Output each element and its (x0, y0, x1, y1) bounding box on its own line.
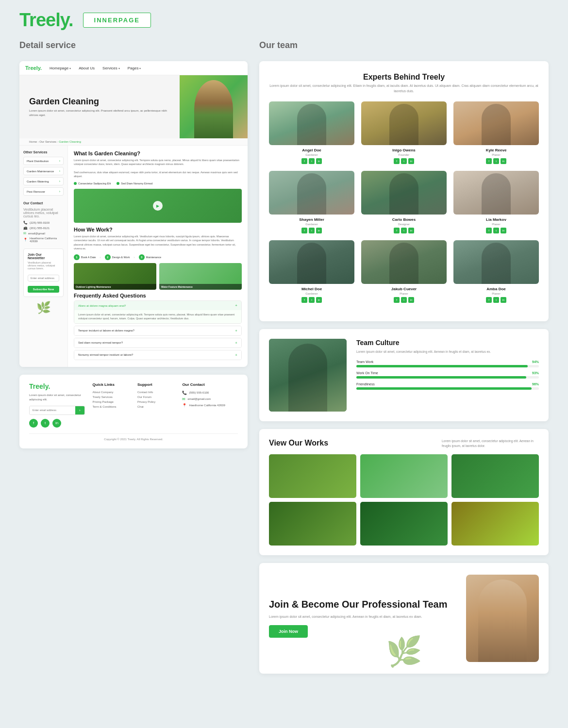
social-fb-3[interactable]: f (486, 158, 492, 164)
social-fb-1[interactable]: f (301, 158, 307, 164)
work-item-5 (360, 502, 448, 546)
footer-link-chat[interactable]: Chat (137, 405, 174, 408)
social-tw-3[interactable]: t (493, 158, 499, 164)
team-social-8: f t in (361, 297, 447, 303)
social-fb-5[interactable]: f (394, 228, 400, 233)
faq-icon-1: + (235, 303, 237, 308)
faq-item-2[interactable]: Tempor incidunt ut labore et dolore magn… (74, 326, 242, 336)
footer-link-about[interactable]: About Company (93, 391, 130, 394)
footer-brand-col: Treely. Lorem ipsum dolor sit amet, cons… (29, 382, 85, 428)
footer-link-pricing[interactable]: Pricing Package (93, 400, 130, 403)
newsletter-title: Join Our Newsletter (28, 253, 59, 260)
social-fb-9[interactable]: f (486, 297, 492, 303)
nav-homepage[interactable]: Homepage ▾ (50, 66, 71, 70)
team-role-2: Founder (361, 153, 447, 156)
photo-figure-4 (297, 173, 326, 215)
social-tw-7[interactable]: t (309, 297, 315, 303)
footer-link-privacy[interactable]: Privacy Policy (137, 400, 174, 403)
thumb-outdoor-label: Outdoor Lighting Maintenance (74, 284, 156, 290)
main-content: Detail service Treely. Homepage ▾ About … (0, 40, 568, 728)
team-social-2: f t in (361, 158, 447, 164)
menu-arrow2: › (59, 169, 60, 173)
progress-ontime-header: Work On Time 93% (356, 371, 539, 375)
social-li-2[interactable]: in (408, 158, 414, 164)
step-1-label: Book A Date (81, 256, 96, 259)
faq-item-3[interactable]: Sed diam nonumy eirmod tempor? + (74, 338, 242, 348)
nav-about[interactable]: About Us (79, 66, 95, 70)
social-fb-8[interactable]: f (394, 297, 400, 303)
team-card-subtitle: Lorem ipsum dolor sit amet, consectetur … (269, 83, 539, 94)
photo-figure-7 (297, 243, 326, 284)
nav-services[interactable]: Services ▾ (102, 66, 120, 70)
menu-garden-maint[interactable]: Garden Maintenance › (23, 167, 64, 175)
facebook-icon[interactable]: f (29, 419, 38, 428)
team-role-7: Gardener (269, 292, 354, 295)
social-li-5[interactable]: in (408, 228, 414, 233)
social-li-6[interactable]: in (501, 228, 506, 233)
social-li-7[interactable]: in (316, 297, 322, 303)
newsletter-subscribe-button[interactable]: Subscribe Now (28, 286, 59, 293)
team-member-6: Lia Markov Planer f t in (453, 171, 539, 233)
twitter-icon[interactable]: t (41, 419, 50, 428)
menu-arrow4: › (59, 190, 60, 193)
how-steps: 1 Book A Date › 2 Design & Work › 3 Main… (74, 254, 242, 260)
team-role-9: Planer (453, 292, 539, 295)
footer-email-button[interactable]: › (75, 406, 84, 414)
faq-item-4[interactable]: Nonumy eirmod tempor incidunt ut labore?… (74, 350, 242, 360)
progress-friendly: Friendliness 96% (356, 382, 539, 390)
left-panel: Detail service Treely. Homepage ▾ About … (19, 40, 248, 709)
social-fb-7[interactable]: f (301, 297, 307, 303)
social-tw-2[interactable]: t (401, 158, 407, 164)
social-tw-1[interactable]: t (309, 158, 315, 164)
faq-question-1[interactable]: Aliero at dolore magna aliquam erat? + (74, 301, 241, 310)
social-fb-6[interactable]: f (486, 228, 492, 233)
social-tw-4[interactable]: t (309, 228, 315, 233)
faq-question-3[interactable]: Sed diam nonumy eirmod tempor? + (74, 338, 241, 347)
team-name-8: Jakub Cuever (361, 287, 447, 291)
service-thumbs: Outdoor Lighting Maintenance Water Featu… (74, 263, 242, 290)
menu-garden-water[interactable]: Garden Watering › (23, 177, 64, 185)
menu-plant-dist[interactable]: Plant Distribution › (23, 157, 64, 165)
footer-email-input[interactable] (30, 406, 75, 414)
social-li-1[interactable]: in (316, 158, 322, 164)
nav-pages[interactable]: Pages ▾ (128, 66, 141, 70)
footer-email-text: email@gmail.com (187, 397, 211, 400)
social-tw-8[interactable]: t (401, 297, 407, 303)
footer-link-services[interactable]: Treely Services (93, 396, 130, 398)
card-hero: Garden Cleaning Lorem ipsum dolor sit am… (19, 75, 248, 138)
step-3-label: Maintenance (146, 256, 162, 259)
linkedin-icon[interactable]: in (52, 419, 61, 428)
social-tw-6[interactable]: t (493, 228, 499, 233)
faq-question-4[interactable]: Nonumy eirmod tempor incidunt ut labore?… (74, 350, 241, 360)
join-now-button[interactable]: Join Now (269, 625, 308, 638)
social-li-9[interactable]: in (501, 297, 506, 303)
footer-link-contact[interactable]: Contact Info (137, 391, 174, 394)
newsletter-email-input[interactable] (28, 275, 59, 281)
social-tw-9[interactable]: t (493, 297, 499, 303)
card-inner-sidebar: Other Services Plant Distribution › Gard… (19, 146, 68, 367)
faq-q1-text: Aliero at dolore magna aliquam erat? (78, 304, 126, 307)
right-panel: Our team Experts Behind Treely Lorem ips… (259, 40, 549, 709)
footer-link-terms[interactable]: Term & Conditions (93, 405, 130, 408)
social-li-8[interactable]: in (408, 297, 414, 303)
social-fb-2[interactable]: f (394, 158, 400, 164)
team-member-2: Inigo Owens Founder f t in (361, 101, 447, 164)
email-icon: ✉ (23, 232, 26, 235)
social-fb-4[interactable]: f (301, 228, 307, 233)
faq-item-1[interactable]: Aliero at dolore magna aliquam erat? + L… (74, 300, 242, 324)
footer-link-forum[interactable]: Our Forum (137, 396, 174, 398)
step-arrow-2: › (134, 256, 134, 259)
video-play-button[interactable]: ▶ (153, 201, 163, 211)
work-item-6 (451, 502, 539, 546)
feature-1-text: Consectetur Sadipscing Elit (78, 182, 111, 185)
step-num-1: 1 (74, 254, 80, 260)
social-tw-5[interactable]: t (401, 228, 407, 233)
video-thumbnail[interactable]: ▶ (74, 189, 242, 223)
social-li-3[interactable]: in (501, 158, 506, 164)
faq-question-2[interactable]: Tempor incidunt ut labore et dolore magn… (74, 326, 241, 335)
social-li-4[interactable]: in (316, 228, 322, 233)
menu-pest[interactable]: Pest Remover › (23, 187, 64, 196)
footer-phone-icon: 📞 (182, 391, 187, 395)
work-item-2 (360, 454, 448, 498)
photo-figure-1 (297, 104, 326, 145)
